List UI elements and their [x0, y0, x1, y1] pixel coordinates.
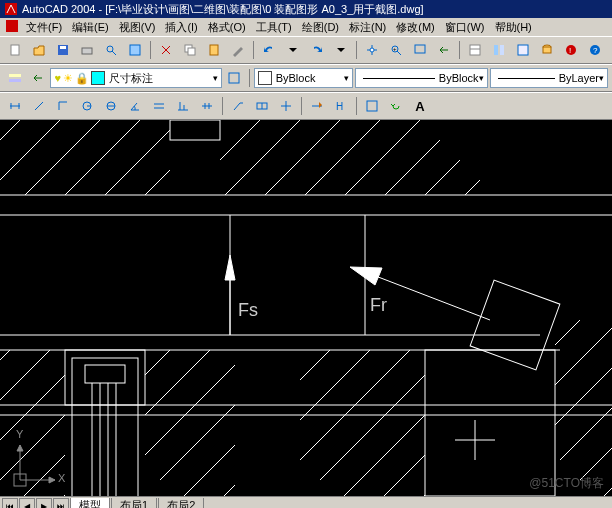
cad-drawing — [0, 120, 612, 496]
text-icon[interactable]: A — [409, 95, 431, 117]
plot-icon[interactable] — [76, 39, 98, 61]
copy-icon[interactable] — [179, 39, 201, 61]
svg-text:H: H — [336, 101, 343, 112]
svg-line-7 — [112, 51, 116, 55]
axis-x-label: X — [58, 472, 65, 484]
color-swatch-icon — [91, 71, 105, 85]
new-icon[interactable] — [4, 39, 26, 61]
menu-tools[interactable]: 工具(T) — [252, 19, 296, 36]
dim-ordinate-icon[interactable] — [52, 95, 74, 117]
help-icon[interactable]: ? — [584, 39, 606, 61]
paste-icon[interactable] — [203, 39, 225, 61]
color-combo[interactable]: ByBlock ▾ — [254, 68, 353, 88]
save-icon[interactable] — [52, 39, 74, 61]
cut-icon[interactable] — [155, 39, 177, 61]
tab-nav-first[interactable]: ⏮ — [2, 498, 18, 508]
layer-previous-icon[interactable] — [27, 67, 48, 89]
svg-line-35 — [35, 102, 43, 110]
separator — [301, 97, 302, 115]
svg-rect-8 — [130, 45, 140, 55]
dbconnect-icon[interactable] — [536, 39, 558, 61]
pan-icon[interactable] — [361, 39, 383, 61]
chevron-down-icon: ▾ — [479, 73, 484, 83]
tab-nav-prev[interactable]: ◀ — [19, 498, 35, 508]
svg-rect-58 — [367, 101, 377, 111]
designcenter-icon[interactable] — [488, 39, 510, 61]
layer-states-icon[interactable] — [224, 67, 245, 89]
undo-icon[interactable] — [258, 39, 280, 61]
center-mark-icon[interactable] — [275, 95, 297, 117]
tab-model[interactable]: 模型 — [70, 498, 110, 508]
linetype-preview — [363, 78, 435, 79]
menu-view[interactable]: 视图(V) — [115, 19, 160, 36]
freeze-icon: ☀ — [63, 72, 73, 85]
leader-icon[interactable] — [227, 95, 249, 117]
undo-drop-icon[interactable] — [282, 39, 304, 61]
tolerance-icon[interactable] — [251, 95, 273, 117]
dim-baseline-icon[interactable] — [172, 95, 194, 117]
zoom-realtime-icon[interactable]: + — [385, 39, 407, 61]
dim-diameter-icon[interactable] — [100, 95, 122, 117]
svg-line-14 — [397, 51, 401, 55]
tab-nav-next[interactable]: ▶ — [36, 498, 52, 508]
color-value: ByBlock — [276, 72, 316, 84]
dim-edit-icon[interactable] — [306, 95, 328, 117]
layer-manager-icon[interactable] — [4, 67, 25, 89]
dim-quick-icon[interactable] — [148, 95, 170, 117]
redo-drop-icon[interactable] — [330, 39, 352, 61]
menu-window[interactable]: 窗口(W) — [441, 19, 489, 36]
dim-radius-icon[interactable] — [76, 95, 98, 117]
svg-rect-1 — [6, 20, 18, 32]
zoom-previous-icon[interactable] — [433, 39, 455, 61]
menu-modify[interactable]: 修改(M) — [392, 19, 439, 36]
zoom-window-icon[interactable] — [409, 39, 431, 61]
svg-rect-20 — [500, 45, 504, 55]
dim-style-icon[interactable] — [361, 95, 383, 117]
svg-rect-2 — [11, 45, 19, 55]
separator — [459, 41, 460, 59]
tool-palettes-icon[interactable] — [512, 39, 534, 61]
lightbulb-icon: ♥ — [54, 72, 61, 84]
linetype-value: ByBlock — [439, 72, 479, 84]
dim-aligned-icon[interactable] — [28, 95, 50, 117]
sheet-tabs: ⏮ ◀ ▶ ⏭ 模型 布局1 布局2 — [0, 496, 612, 508]
svg-rect-16 — [415, 45, 425, 53]
menu-edit[interactable]: 编辑(E) — [68, 19, 113, 36]
dim-tedit-icon[interactable]: H — [330, 95, 352, 117]
publish-icon[interactable] — [124, 39, 146, 61]
layer-combo[interactable]: ♥ ☀ 🔒 尺寸标注 ▾ — [50, 68, 221, 88]
preview-icon[interactable] — [100, 39, 122, 61]
svg-rect-10 — [188, 48, 195, 55]
menu-format[interactable]: 格式(O) — [204, 19, 250, 36]
tab-layout1[interactable]: 布局1 — [111, 498, 157, 508]
markup-icon[interactable]: ! — [560, 39, 582, 61]
menu-dim[interactable]: 标注(N) — [345, 19, 390, 36]
chevron-down-icon: ▾ — [213, 73, 218, 83]
menu-file[interactable]: 文件(F) — [22, 19, 66, 36]
tab-layout2[interactable]: 布局2 — [158, 498, 204, 508]
dim-continue-icon[interactable] — [196, 95, 218, 117]
label-fr: Fr — [370, 295, 387, 316]
dim-update-icon[interactable] — [385, 95, 407, 117]
layer-toolbar: ♥ ☀ 🔒 尺寸标注 ▾ ByBlock ▾ ByBlock ▾ ByLayer… — [0, 64, 612, 92]
menu-draw[interactable]: 绘图(D) — [298, 19, 343, 36]
svg-text:!: ! — [569, 46, 571, 55]
svg-rect-30 — [9, 79, 21, 82]
properties-icon[interactable] — [464, 39, 486, 61]
open-icon[interactable] — [28, 39, 50, 61]
dim-linear-icon[interactable] — [4, 95, 26, 117]
separator — [356, 41, 357, 59]
lineweight-combo[interactable]: ByLayer ▾ — [490, 68, 608, 88]
linetype-combo[interactable]: ByBlock ▾ — [355, 68, 488, 88]
menu-insert[interactable]: 插入(I) — [161, 19, 201, 36]
svg-point-12 — [370, 48, 374, 52]
svg-rect-23 — [543, 47, 551, 53]
tab-nav-last[interactable]: ⏭ — [53, 498, 69, 508]
dim-angular-icon[interactable] — [124, 95, 146, 117]
svg-rect-11 — [210, 45, 218, 55]
redo-icon[interactable] — [306, 39, 328, 61]
matchprop-icon[interactable] — [227, 39, 249, 61]
drawing-canvas[interactable]: Fs Fr Y X @51CTO博客 — [0, 120, 612, 496]
menu-help[interactable]: 帮助(H) — [491, 19, 536, 36]
label-fs: Fs — [238, 300, 258, 321]
